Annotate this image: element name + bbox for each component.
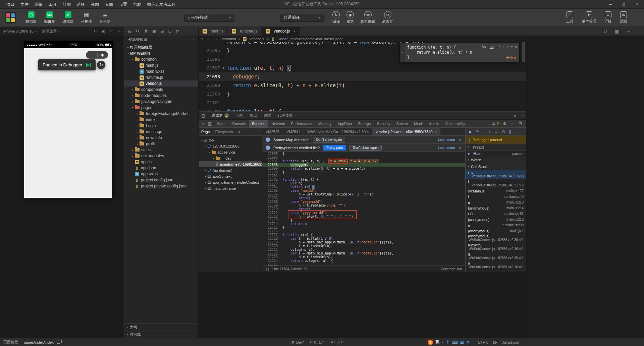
- tree-item-message[interactable]: ▸message: [124, 129, 198, 135]
- problems-indicator[interactable]: ⊗ 0 △ 0: [330, 340, 343, 344]
- menu-item-设置[interactable]: 设置: [116, 0, 130, 9]
- sync-icon[interactable]: ⇄: [604, 29, 607, 34]
- callstack-frame[interactable]: srcMainJsmain.js:177: [466, 188, 526, 194]
- source-tab[interactable]: VM2525: [262, 128, 283, 135]
- pause-exceptions-icon[interactable]: ∥: [509, 129, 511, 134]
- version-button[interactable]: 版本管理: [582, 11, 596, 24]
- tree-item-MP-WEIXIN[interactable]: ▾MP-WEIXIN: [124, 50, 198, 56]
- breadcrumb-item[interactable]: {}"/node_modules/parse-asn1/aesid.json": [271, 37, 343, 41]
- tree-item-profit[interactable]: ▸profit: [124, 141, 198, 147]
- tab-vendor.js[interactable]: JSvendor.js×: [262, 27, 300, 36]
- record-icon[interactable]: ◉: [102, 29, 105, 34]
- pretty-print-button[interactable]: Pretty-print: [323, 145, 346, 151]
- visualizer-button[interactable]: ▦可视化: [81, 11, 92, 24]
- navigator-item-appContext[interactable]: ▸appContext: [199, 173, 262, 179]
- source-tab[interactable]: vendor.js?t=wec…cf3e15f50d7340×: [372, 128, 440, 135]
- devtools-tab-Storage[interactable]: Storage: [355, 120, 374, 128]
- network-icon[interactable]: ≈: [118, 29, 120, 34]
- callstack-frame[interactable]: nruntime.js:298: [466, 222, 526, 228]
- forward-icon[interactable]: →: [214, 37, 217, 41]
- more-icon[interactable]: ⋮: [256, 129, 262, 134]
- callstack-frame[interactable]: (anonymous)main.js:214: [466, 205, 526, 211]
- remote-debug-button[interactable]: ▭真机调试: [361, 11, 375, 24]
- close-icon[interactable]: ×: [515, 45, 517, 49]
- inspect-icon[interactable]: ⌖: [201, 121, 206, 126]
- devtools-tab-Mock[interactable]: Mock: [411, 120, 426, 128]
- new-file-icon[interactable]: ⊞: [128, 29, 131, 34]
- hotzone-selector[interactable]: 热区显示▾: [42, 29, 60, 34]
- grid-icon[interactable]: ▦: [460, 340, 464, 345]
- debugger-tab-调试器[interactable]: 调试器2: [208, 112, 232, 120]
- callstack-frame[interactable]: lvendor.js?t=wec…f50d7340:21712: [466, 179, 526, 188]
- callstack-frame[interactable]: (anonymous)WASubContext.js…8288&v=2.30.4…: [466, 234, 526, 243]
- tree-item-main.wxss[interactable]: Smain.wxss: [124, 68, 198, 74]
- compare-icon[interactable]: ⇄: [176, 29, 179, 34]
- devtools-tab-Security[interactable]: Security: [374, 120, 393, 128]
- thread-item[interactable]: ▶Mainpaused: [466, 151, 526, 157]
- split-icon[interactable]: ▦: [615, 29, 619, 34]
- devtools-tab-Wxml[interactable]: Wxml: [214, 120, 229, 128]
- reload-button[interactable]: ↻: [97, 61, 105, 69]
- debugger-tab-代码质量[interactable]: 代码质量: [274, 112, 296, 120]
- warning-badge[interactable]: ⚠ 2: [492, 121, 499, 126]
- resume-icon[interactable]: ▶: [469, 129, 472, 134]
- step-icon[interactable]: →: [494, 129, 498, 134]
- details-button[interactable]: ≡详情: [604, 11, 612, 24]
- tree-item-app.js[interactable]: JSapp.js: [124, 159, 198, 165]
- keyboard-icon[interactable]: ⌨: [452, 340, 458, 345]
- close-icon[interactable]: ×: [293, 29, 295, 33]
- cloud-button[interactable]: ☁云开发: [99, 11, 110, 24]
- callstack-frame[interactable]: qWASubContext.js…8288&v=2.30.4:1: [466, 252, 526, 261]
- mode-dropdown[interactable]: 小程序模式▾: [184, 14, 234, 22]
- more-icon[interactable]: ⋯: [191, 38, 195, 42]
- find-option-.*[interactable]: .*: [496, 45, 501, 49]
- tab-runtime.js[interactable]: JSruntime.js: [228, 27, 262, 36]
- callstack-frame[interactable]: nWASubContext.js…8288&v=2.30.4:1: [466, 261, 526, 270]
- collapse-icon[interactable]: ∧: [514, 113, 517, 118]
- ime-lang-label[interactable]: 英: [435, 339, 439, 345]
- debugger-tab-终端[interactable]: 终端: [260, 112, 274, 120]
- message-button[interactable]: ✉消息: [620, 11, 627, 24]
- tree-item-打开的编辑器[interactable]: ▸打开的编辑器: [124, 44, 198, 50]
- debugger-tab-输出[interactable]: 输出: [246, 112, 260, 120]
- upload-button[interactable]: ↥上传: [566, 11, 574, 24]
- tree-item-uni_modules[interactable]: ▸uni_modules: [124, 153, 198, 159]
- menu-item-帮助[interactable]: 帮助: [130, 0, 144, 9]
- source-tab[interactable]: WAServiceMainCo…19828&v=2.30.4: [304, 128, 372, 135]
- close-icon[interactable]: ×: [459, 138, 462, 142]
- menu-item-工具[interactable]: 工具: [46, 0, 60, 9]
- navigator-item-top[interactable]: ▾top: [199, 137, 262, 143]
- tree-item-common[interactable]: ▾common: [124, 56, 198, 62]
- device-toggle-icon[interactable]: ▥: [206, 121, 213, 126]
- git-branch-indicator[interactable]: Dev*: [291, 340, 304, 344]
- navigator-item-__dev__[interactable]: ▸__dev__: [199, 155, 262, 161]
- navigator-item-(no domain)[interactable]: ▸(no domain): [199, 167, 262, 173]
- selection-icon[interactable]: ≡: [511, 45, 513, 49]
- encoding-label[interactable]: UTF-8: [478, 340, 488, 344]
- find-option-ab[interactable]: ab: [489, 45, 494, 49]
- arrow-down-icon[interactable]: ↓: [507, 45, 509, 49]
- tree-item-components[interactable]: ▸components: [124, 86, 198, 93]
- settings-icon[interactable]: ⚙: [466, 340, 470, 345]
- close-icon[interactable]: ×: [459, 146, 462, 150]
- arrow-up-icon[interactable]: ↑: [503, 45, 505, 49]
- branch-icon[interactable]: [144, 29, 148, 33]
- callstack-section-header[interactable]: ▾Call Stack: [466, 163, 526, 170]
- menu-item-编辑[interactable]: 编辑: [32, 0, 46, 9]
- sync-indicator[interactable]: ↻0↓ 17↑: [310, 340, 325, 344]
- close-icon[interactable]: ×: [434, 130, 436, 134]
- callstack-frame[interactable]: iruntime.js:40: [466, 194, 526, 199]
- sogou-logo-icon[interactable]: S: [428, 340, 433, 345]
- compile-button[interactable]: ↻编译: [332, 11, 340, 24]
- devtools-tab-Vulnerability[interactable]: Vulnerability: [442, 120, 468, 128]
- step-into-icon[interactable]: ↓: [483, 129, 485, 134]
- tree-item-index[interactable]: ▸index: [124, 117, 198, 123]
- device-selector[interactable]: iPhone 5 100% 16▾: [3, 29, 37, 33]
- copy-icon[interactable]: [57, 341, 60, 344]
- compile-mode-dropdown[interactable]: 普通编译▾: [280, 14, 324, 22]
- devtools-tab-Memory[interactable]: Memory: [315, 120, 335, 128]
- learn-more-link[interactable]: Learn more: [438, 138, 455, 141]
- settings-icon[interactable]: ⚙: [503, 121, 506, 126]
- maximize-icon[interactable]: □: [617, 0, 631, 9]
- fold-icon[interactable]: ▾: [220, 107, 227, 111]
